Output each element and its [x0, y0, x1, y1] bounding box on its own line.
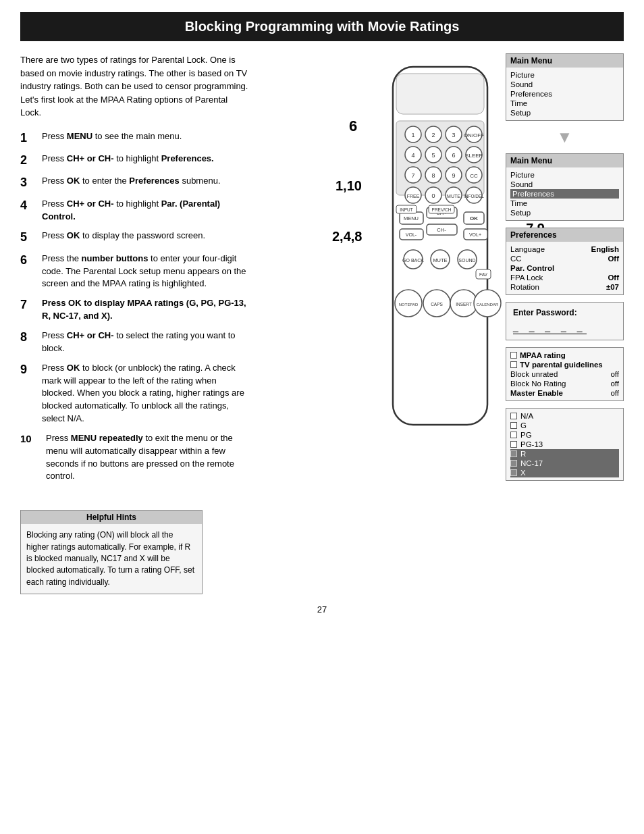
svg-text:OK: OK [470, 215, 478, 221]
checkbox-nc17 [510, 460, 517, 467]
pref-language-row: Language English [510, 244, 619, 254]
steps-list: 1 Press MENU to see the main menu. 2 Pre… [20, 130, 250, 484]
step-4: 4 Press CH+ or CH- to highlight Par. (Pa… [20, 198, 250, 224]
checkbox-pg [510, 432, 517, 438]
pref-fpa-row: FPA Lock Off [510, 273, 619, 282]
page-title-bar: Blocking Programming with Movie Ratings [20, 12, 624, 41]
svg-text:VOL-: VOL- [406, 232, 417, 237]
screen-header-main-1: Main Menu [506, 54, 623, 68]
step-6: 6 Press the number buttons to enter your… [20, 253, 250, 291]
step-num-8: 8 [20, 330, 42, 345]
svg-text:6: 6 [452, 152, 455, 159]
step-7: 7 Press OK to display MPAA ratings (G, P… [20, 297, 250, 323]
menu-item-picture-2: Picture [510, 170, 619, 180]
step-label-248: 2,4,8 [332, 229, 362, 244]
svg-text:SLEEP: SLEEP [465, 153, 483, 159]
block-no-rating-row: Block No Rating off [510, 379, 619, 388]
main-menu-screen-2: Main Menu Picture Sound Preferences Time… [506, 153, 624, 221]
svg-text:2: 2 [431, 132, 435, 138]
svg-text:CAPS: CAPS [431, 302, 443, 307]
preferences-header: Preferences [506, 228, 623, 242]
step-label-110: 1,10 [336, 178, 362, 194]
step-num-1: 1 [20, 130, 42, 146]
rating-nc17: NC-17 [510, 459, 619, 468]
block-unrated-row: Block unrated off [510, 369, 619, 379]
step-num-9: 9 [20, 362, 42, 377]
step-num-7: 7 [20, 297, 42, 313]
step-text-4: Press CH+ or CH- to highlight Par. (Pare… [42, 198, 250, 224]
step-text-5: Press OK to display the password screen. [42, 230, 205, 242]
step-text-2: Press CH+ or CH- to highlight Preference… [42, 153, 214, 165]
parental-menu-screen: MPAA rating TV parental guidelines Block… [506, 347, 624, 401]
svg-text:FAV: FAV [479, 272, 487, 277]
svg-text:INSERT: INSERT [456, 302, 472, 307]
mpaa-ratings-screen: N/A G PG PG-13 [506, 408, 624, 481]
svg-text:NOTEPAD: NOTEPAD [399, 303, 419, 307]
svg-text:CC: CC [470, 173, 478, 179]
checkbox-pg13 [510, 441, 517, 448]
checkbox-r [510, 450, 517, 457]
step-num-6: 6 [20, 253, 42, 268]
svg-text:VOL+: VOL+ [469, 232, 481, 237]
svg-rect-1 [396, 74, 484, 114]
step-text-8: Press CH+ or CH- to select the rating yo… [42, 330, 250, 355]
page-number: 27 [0, 604, 644, 615]
svg-text:0: 0 [431, 192, 435, 199]
page-title: Blocking Programming with Movie Ratings [185, 19, 460, 34]
password-blanks: _ _ _ _ _ [513, 321, 587, 334]
step-5: 5 Press OK to display the password scree… [20, 230, 250, 245]
screen-body-main-2: Picture Sound Preferences Time Setup [506, 167, 623, 220]
step-8: 8 Press CH+ or CH- to select the rating … [20, 330, 250, 355]
pref-rotation-row: Rotation ±07 [510, 282, 619, 292]
svg-text:1: 1 [411, 132, 414, 138]
menu-item-sound-2: Sound [510, 180, 619, 189]
rating-r: R [510, 449, 619, 459]
mpaa-rating-item: MPAA rating [510, 350, 619, 360]
rating-pg: PG [510, 430, 619, 440]
left-column: There are two types of ratings for Paren… [20, 53, 250, 594]
rating-na: N/A [510, 411, 619, 421]
checkbox-g [510, 422, 517, 429]
step-text-9: Press OK to block (or unblock) the ratin… [42, 362, 250, 425]
step-num-4: 4 [20, 198, 42, 213]
step-3: 3 Press OK to enter the Preferences subm… [20, 175, 250, 190]
svg-text:CH-: CH- [437, 227, 446, 233]
preferences-screen: Preferences Language English CC Off Par.… [506, 228, 624, 295]
svg-text:9: 9 [452, 172, 455, 179]
svg-text:FREE: FREE [407, 194, 420, 199]
svg-text:7: 7 [411, 172, 414, 179]
menu-item-setup-1: Setup [510, 108, 619, 118]
checkbox-na [510, 413, 517, 419]
svg-text:5: 5 [431, 152, 435, 159]
step-2: 2 Press CH+ or CH- to highlight Preferen… [20, 153, 250, 168]
screen-header-main-2: Main Menu [506, 154, 623, 167]
svg-text:GO BACK: GO BACK [402, 258, 424, 263]
svg-text:8: 8 [431, 172, 435, 179]
svg-text:INFO/DEL: INFO/DEL [464, 194, 484, 199]
menu-item-preferences-1: Preferences [510, 89, 619, 99]
rating-g: G [510, 421, 619, 430]
rating-x: X [510, 468, 619, 477]
checkbox-x [510, 469, 517, 476]
svg-text:INPUT: INPUT [400, 207, 413, 212]
menu-item-picture-1: Picture [510, 70, 619, 80]
menu-item-time-2: Time [510, 199, 619, 208]
menu-item-time-1: Time [510, 99, 619, 108]
tv-parental-item: TV parental guidelines [510, 360, 619, 369]
step-text-7: Press OK to display MPAA ratings (G, PG,… [42, 297, 250, 323]
svg-text:3: 3 [452, 132, 455, 138]
svg-text:ON/OFF: ON/OFF [464, 132, 484, 138]
menu-item-setup-2: Setup [510, 208, 619, 217]
svg-text:PREV/CH: PREV/CH [432, 207, 452, 212]
hints-body: Blocking any rating (ON) will block all … [21, 524, 202, 594]
intro-paragraph: There are two types of ratings for Paren… [20, 53, 250, 120]
step-num-3: 3 [20, 175, 42, 190]
step-text-3: Press OK to enter the Preferences submen… [42, 175, 221, 188]
menu-item-preferences-2: Preferences [510, 189, 619, 199]
master-enable-row: Master Enable off [510, 388, 619, 398]
step-num-2: 2 [20, 153, 42, 168]
preferences-body: Language English CC Off Par. Control FPA… [506, 242, 623, 294]
pref-par-control-label: Par. Control [510, 263, 619, 273]
menu-item-sound-1: Sound [510, 80, 619, 89]
right-column: 6 1,10 2,4,8 3,5 7,9 1 [263, 53, 624, 594]
